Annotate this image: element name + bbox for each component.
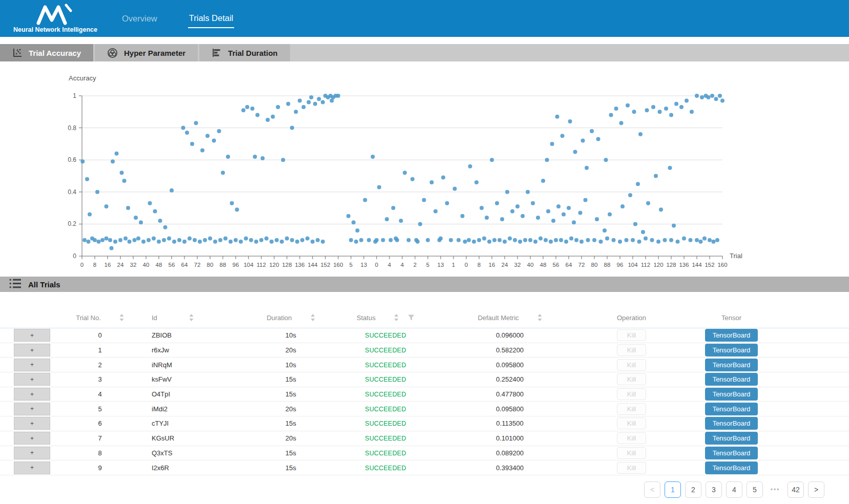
tensorboard-button[interactable]: TensorBoard	[705, 447, 758, 459]
cell-default-metric: 0.393400	[433, 464, 587, 472]
nav-tabs: Overview Trials Detail	[121, 0, 234, 37]
pagination-page-5[interactable]: 5	[747, 481, 763, 498]
expander-cell: +	[13, 343, 51, 357]
tensorboard-button[interactable]: TensorBoard	[705, 461, 758, 474]
sort-caret-icon[interactable]	[119, 314, 124, 321]
y-tick-label: 0.6	[68, 156, 76, 163]
x-tick-label: 40	[143, 262, 150, 268]
tab-trial-duration[interactable]: Trial Duration	[199, 44, 290, 61]
kill-button[interactable]: Kill	[617, 403, 646, 415]
cell-default-metric: 0.582200	[433, 346, 587, 354]
pagination-page-2[interactable]: 2	[685, 481, 701, 498]
scatter-point	[631, 238, 635, 242]
cell-default-metric: 0.096000	[433, 331, 587, 339]
nav-tab-trials-detail[interactable]: Trials Detail	[188, 9, 235, 28]
cell-status: SUCCEEDED	[338, 449, 433, 457]
expand-row-button[interactable]: +	[14, 417, 50, 430]
expand-row-button[interactable]: +	[14, 447, 50, 459]
sort-caret-icon[interactable]	[394, 314, 399, 321]
kill-button[interactable]: Kill	[617, 447, 646, 459]
cell-tensor: TensorBoard	[676, 461, 786, 474]
table-row: +5iMdi220sSUCCEEDED0.095800KillTensorBoa…	[0, 402, 849, 416]
cell-trial-no: 0	[51, 331, 149, 339]
scatter-point	[689, 238, 693, 242]
tensorboard-button[interactable]: TensorBoard	[705, 344, 758, 356]
scatter-point	[685, 98, 689, 102]
nav-tab-overview[interactable]: Overview	[121, 10, 158, 28]
column-header-duration: Duration	[243, 314, 338, 322]
kill-button[interactable]: Kill	[617, 432, 646, 444]
column-header-label: Default Metric	[478, 314, 519, 322]
expand-row-button[interactable]: +	[14, 432, 50, 445]
tensorboard-button[interactable]: TensorBoard	[705, 373, 758, 386]
cell-trial-id: Q3xTS	[149, 449, 243, 457]
expand-row-button[interactable]: +	[14, 388, 50, 401]
expand-row-button[interactable]: +	[14, 403, 50, 415]
kill-button[interactable]: Kill	[617, 417, 646, 429]
scatter-point	[531, 201, 535, 205]
scatter-point	[614, 107, 618, 111]
cell-tensor: TensorBoard	[676, 447, 786, 459]
pagination-page-4[interactable]: 4	[726, 481, 742, 498]
scatter-point	[720, 98, 724, 102]
all-trials-title: All Trials	[28, 280, 60, 289]
kill-button[interactable]: Kill	[617, 359, 646, 371]
table-row: +6cTYJI15sSUCCEEDED0.113500KillTensorBoa…	[0, 416, 849, 431]
tensorboard-button[interactable]: TensorBoard	[705, 329, 758, 342]
scatter-point	[604, 158, 608, 162]
scatter-point	[700, 95, 704, 99]
tab-hyper-parameter[interactable]: Hyper Parameter	[95, 44, 198, 61]
cell-status: SUCCEEDED	[338, 405, 433, 413]
scatter-point	[715, 238, 719, 242]
filter-funnel-icon[interactable]	[408, 314, 415, 321]
scatter-point	[618, 240, 622, 244]
scatter-point	[354, 240, 358, 244]
pagination-page-42[interactable]: 42	[788, 481, 804, 498]
pagination-prev-button[interactable]: <	[644, 481, 660, 498]
scatter-point	[141, 240, 146, 244]
scatter-point	[599, 240, 603, 244]
scatter-point	[256, 113, 260, 117]
expand-row-button[interactable]: +	[14, 329, 50, 342]
scatter-point	[208, 237, 212, 241]
table-row: +4O4TpI15sSUCCEEDED0.477800KillTensorBoa…	[0, 387, 849, 402]
scatter-point	[561, 134, 565, 138]
kill-button[interactable]: Kill	[617, 462, 646, 474]
sort-caret-icon[interactable]	[537, 314, 542, 321]
x-tick-label: 4	[401, 262, 404, 268]
kill-button[interactable]: Kill	[617, 388, 646, 400]
pagination-page-1[interactable]: 1	[665, 481, 681, 498]
tensorboard-button[interactable]: TensorBoard	[705, 403, 758, 415]
scatter-point	[480, 206, 484, 210]
scatter-point	[108, 238, 112, 242]
status-badge: SUCCEEDED	[365, 435, 406, 442]
scatter-point	[430, 180, 434, 184]
scatter-point	[136, 237, 140, 241]
scatter-point	[295, 240, 299, 244]
scatter-point	[249, 238, 253, 242]
expand-row-button[interactable]: +	[14, 373, 50, 386]
kill-button[interactable]: Kill	[617, 373, 646, 385]
parallel-coords-icon	[107, 48, 118, 58]
scatter-point	[669, 113, 673, 117]
tensorboard-button[interactable]: TensorBoard	[705, 388, 758, 401]
sort-caret-icon[interactable]	[189, 314, 194, 321]
tensorboard-button[interactable]: TensorBoard	[705, 359, 758, 371]
tensorboard-button[interactable]: TensorBoard	[705, 417, 758, 430]
tensorboard-button[interactable]: TensorBoard	[705, 432, 758, 445]
kill-button[interactable]: Kill	[617, 329, 646, 341]
pagination-next-button[interactable]: >	[808, 481, 824, 498]
tab-trial-accuracy[interactable]: Trial Accuracy	[0, 44, 93, 61]
expand-row-button[interactable]: +	[14, 344, 50, 356]
pagination-page-3[interactable]: 3	[706, 481, 722, 498]
expand-row-button[interactable]: +	[14, 359, 50, 371]
sort-caret-icon[interactable]	[310, 314, 315, 321]
y-tick-label: 0.2	[68, 220, 76, 227]
scatter-point	[193, 238, 197, 242]
tab-label: Trial Accuracy	[29, 49, 81, 57]
kill-button[interactable]: Kill	[617, 344, 646, 356]
expand-row-button[interactable]: +	[14, 461, 50, 474]
column-header-icons	[537, 314, 542, 321]
scatter-point	[251, 107, 255, 111]
status-badge: SUCCEEDED	[365, 465, 406, 472]
